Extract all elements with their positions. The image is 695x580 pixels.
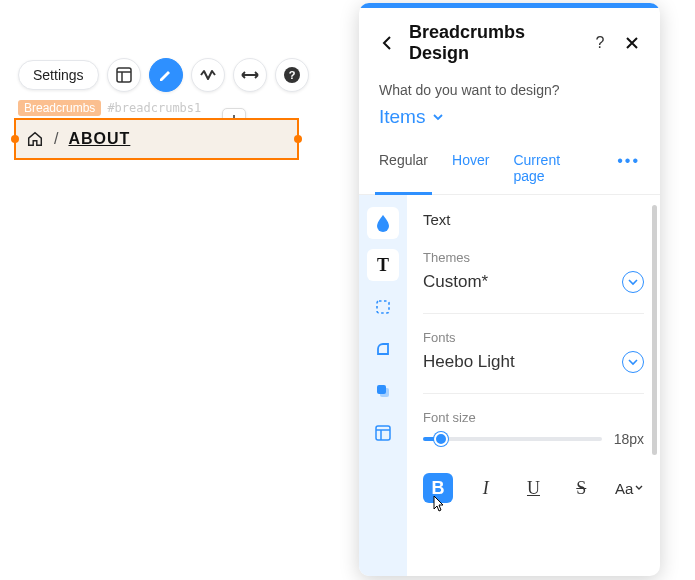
state-tabs: Regular Hover Current page ••• (359, 142, 660, 195)
fontsize-slider[interactable] (423, 437, 602, 441)
design-target-dropdown[interactable]: Items (379, 106, 640, 128)
category-text-icon[interactable]: T (367, 249, 399, 281)
tab-current-page[interactable]: Current page (513, 142, 593, 194)
breadcrumb-separator: / (54, 130, 58, 148)
design-target-value: Items (379, 106, 425, 128)
panel-help-icon[interactable]: ? (590, 34, 610, 52)
chevron-down-icon (622, 351, 644, 373)
fontsize-label: Font size (423, 410, 644, 425)
fonts-dropdown[interactable]: Heebo Light (423, 351, 644, 373)
fonts-label: Fonts (423, 330, 644, 345)
design-question: What do you want to design? (379, 82, 640, 98)
breadcrumb-component[interactable]: / ABOUT (14, 118, 299, 160)
settings-button[interactable]: Settings (18, 60, 99, 90)
breadcrumb-current: ABOUT (68, 130, 130, 148)
themes-label: Themes (423, 250, 644, 265)
context-toolbar: Settings ? (18, 58, 309, 92)
svg-rect-7 (377, 385, 386, 394)
strikethrough-button[interactable]: S (566, 473, 596, 503)
italic-button[interactable]: I (471, 473, 501, 503)
stretch-icon[interactable] (233, 58, 267, 92)
chevron-down-icon (635, 485, 643, 491)
tab-regular[interactable]: Regular (379, 142, 428, 194)
category-shadow-icon[interactable] (367, 375, 399, 407)
home-icon (26, 130, 44, 148)
animation-icon[interactable] (191, 58, 225, 92)
chevron-down-icon (433, 114, 443, 121)
category-tabs: T (359, 195, 407, 576)
category-fill-icon[interactable] (367, 207, 399, 239)
design-panel: Breadcrumbs Design ? What do you want to… (359, 3, 660, 576)
category-corner-icon[interactable] (367, 333, 399, 365)
panel-title: Breadcrumbs Design (409, 22, 578, 64)
textcase-button[interactable]: Aa (614, 473, 644, 503)
category-spacing-icon[interactable] (367, 417, 399, 449)
design-icon[interactable] (149, 58, 183, 92)
section-title: Text (423, 211, 644, 228)
layout-icon[interactable] (107, 58, 141, 92)
tab-hover[interactable]: Hover (452, 142, 489, 194)
fonts-value: Heebo Light (423, 352, 515, 372)
close-icon[interactable] (622, 36, 642, 50)
back-button[interactable] (377, 35, 397, 51)
element-id-tag: #breadcrumbs1 (107, 101, 201, 115)
chevron-down-icon (622, 271, 644, 293)
divider (423, 313, 644, 314)
slider-thumb[interactable] (434, 432, 448, 446)
fontsize-value: 18px (614, 431, 644, 447)
svg-rect-5 (377, 301, 389, 313)
text-settings: Text Themes Custom* Fonts Heebo Light Fo… (407, 195, 660, 576)
help-icon[interactable]: ? (275, 58, 309, 92)
themes-value: Custom* (423, 272, 488, 292)
svg-rect-0 (117, 68, 131, 82)
svg-rect-8 (376, 426, 390, 440)
bold-button[interactable]: B (423, 473, 453, 503)
category-border-icon[interactable] (367, 291, 399, 323)
tabs-more-icon[interactable]: ••• (617, 142, 640, 194)
element-tags: Breadcrumbs #breadcrumbs1 (18, 100, 201, 116)
divider (423, 393, 644, 394)
scrollbar[interactable] (652, 205, 657, 455)
themes-dropdown[interactable]: Custom* (423, 271, 644, 293)
underline-button[interactable]: U (519, 473, 549, 503)
element-type-tag: Breadcrumbs (18, 100, 101, 116)
svg-text:?: ? (288, 69, 295, 81)
